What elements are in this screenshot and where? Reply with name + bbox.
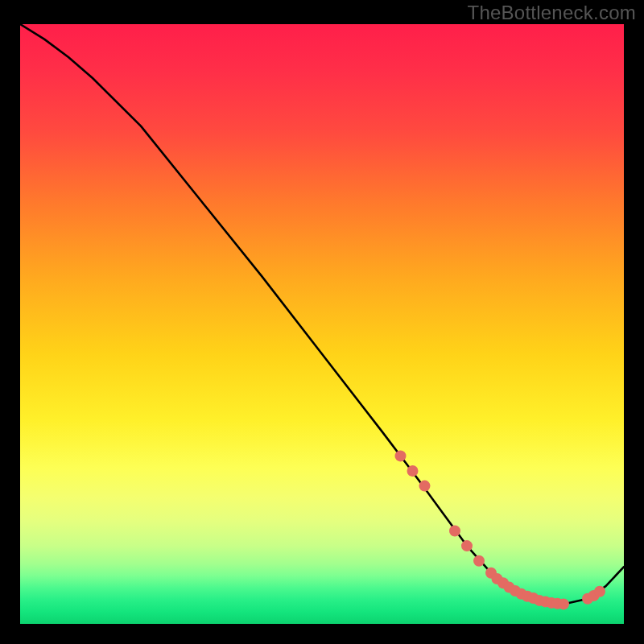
svg-point-5 xyxy=(473,555,485,567)
svg-point-0 xyxy=(395,450,407,461)
plot-area xyxy=(20,24,624,624)
svg-point-2 xyxy=(419,481,431,492)
svg-point-4 xyxy=(461,540,473,551)
gradient-background xyxy=(20,24,624,624)
svg-point-18 xyxy=(558,598,569,609)
svg-point-3 xyxy=(449,526,460,537)
svg-point-21 xyxy=(594,586,605,597)
curve-markers xyxy=(395,450,606,609)
watermark-text: TheBottleneck.com xyxy=(467,2,636,24)
chart-frame: TheBottleneck.com xyxy=(0,0,644,644)
chart-svg xyxy=(20,24,624,624)
bottleneck-curve xyxy=(20,24,624,604)
svg-point-1 xyxy=(407,465,419,477)
